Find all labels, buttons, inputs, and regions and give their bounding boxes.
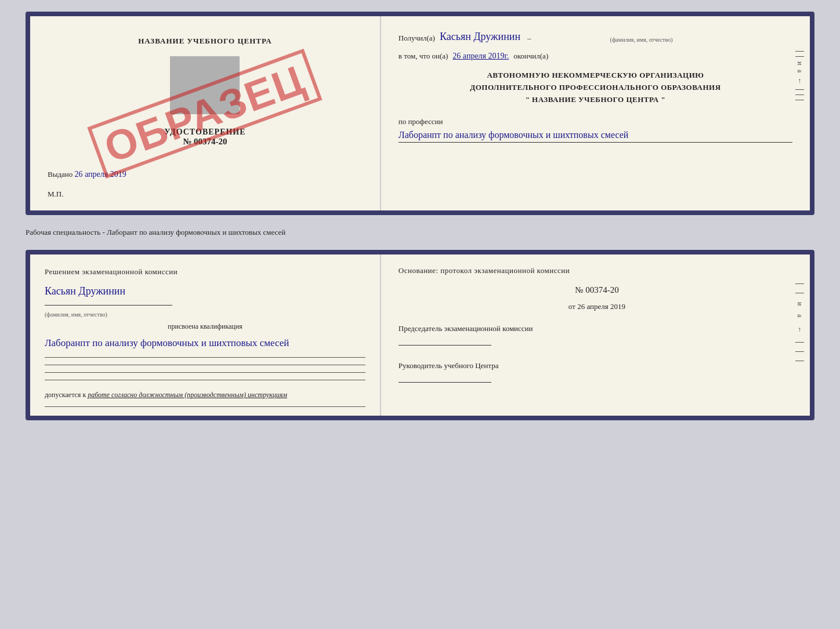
bdash3 bbox=[795, 342, 804, 343]
org-line1: АВТОНОМНУЮ НЕКОММЕРЧЕСКУЮ ОРГАНИЗАЦИЮ bbox=[399, 70, 792, 82]
dash4 bbox=[795, 94, 804, 95]
poluchil-label: Получил(a) bbox=[399, 34, 435, 43]
top-left-panel: НАЗВАНИЕ УЧЕБНОГО ЦЕНТРА УДОСТОВЕРЕНИЕ №… bbox=[30, 16, 381, 210]
bdash5 bbox=[795, 361, 804, 361]
profession-value: Лаборанпт по анализу формовочных и шихтп… bbox=[399, 128, 792, 143]
mp-line: М.П. bbox=[48, 190, 363, 199]
vydano-label: Выдано bbox=[48, 170, 73, 179]
fio-row-bottom bbox=[45, 302, 365, 306]
letter-back: ← bbox=[795, 78, 804, 85]
okonchil-label: окончил(а) bbox=[513, 52, 548, 61]
dash3 bbox=[795, 89, 804, 90]
name-underline bbox=[45, 305, 172, 306]
rukovoditel-block: Руководитель учебного Центра bbox=[399, 361, 795, 383]
dash-separator: – bbox=[527, 34, 531, 43]
bottom-name-handwritten: Касьян Дружинин bbox=[45, 285, 365, 297]
bletter-i: и bbox=[795, 302, 804, 306]
predsedatel-label: Председатель экзаменационной комиссии bbox=[399, 324, 795, 333]
horiz-line5 bbox=[45, 406, 365, 407]
top-left-title: НАЗВАНИЕ УЧЕБНОГО ЦЕНТРА bbox=[138, 37, 272, 46]
protocol-number: № 00374-20 bbox=[399, 285, 795, 295]
org-block: АВТОНОМНУЮ НЕКОММЕРЧЕСКУЮ ОРГАНИЗАЦИЮ ДО… bbox=[399, 70, 792, 106]
separator-row: Рабочая специальность - Лаборант по анал… bbox=[26, 226, 814, 239]
vydano-line: Выдано 26 апреля 2019 bbox=[48, 170, 363, 179]
komissia-title: Решением экзаменационной комиссии bbox=[45, 266, 365, 278]
bdash2 bbox=[795, 293, 804, 293]
dopuskaetsya-label: допускается к bbox=[45, 391, 86, 399]
org-line2: ДОПОЛНИТЕЛЬНОГО ПРОФЕССИОНАЛЬНОГО ОБРАЗО… bbox=[399, 82, 792, 94]
separator-text: Рабочая специальность - Лаборант по анал… bbox=[26, 228, 285, 237]
letter-i: и bbox=[795, 61, 804, 65]
bletter-ya: а bbox=[795, 314, 804, 317]
horiz-line2 bbox=[45, 365, 365, 365]
bdash1 bbox=[795, 283, 804, 284]
top-right-panel: Получил(a) Касьян Дружинин – (фамилия, и… bbox=[381, 16, 810, 210]
right-col-dashes-bottom: и а ← bbox=[795, 283, 804, 361]
bottom-name-text: Касьян Дружинин bbox=[45, 285, 125, 297]
dash2 bbox=[795, 56, 804, 57]
predsedatel-signature-line bbox=[399, 345, 491, 346]
osnov-title: Основание: протокол экзаменационной коми… bbox=[399, 266, 795, 275]
mp-text: М.П. bbox=[48, 190, 63, 198]
top-document-card: НАЗВАНИЕ УЧЕБНОГО ЦЕНТРА УДОСТОВЕРЕНИЕ №… bbox=[26, 12, 814, 215]
org-line3: " НАЗВАНИЕ УЧЕБНОГО ЦЕНТРА " bbox=[399, 94, 792, 106]
bottom-left-panel: Решением экзаменационной комиссии Касьян… bbox=[30, 254, 381, 416]
horiz-line1 bbox=[45, 357, 365, 358]
poluchil-row: Получил(a) Касьян Дружинин – (фамилия, и… bbox=[399, 31, 792, 43]
dash5 bbox=[795, 100, 804, 100]
ot-date-value: 26 апреля 2019 bbox=[577, 302, 625, 311]
vtom-label: в том, что он(а) bbox=[399, 52, 448, 61]
horiz-line4 bbox=[45, 380, 365, 380]
bottom-document-card: Решением экзаменационной комиссии Касьян… bbox=[26, 250, 814, 420]
top-right-content: Получил(a) Касьян Дружинин – (фамилия, и… bbox=[399, 31, 792, 143]
predsedatel-block: Председатель экзаменационной комиссии bbox=[399, 324, 795, 346]
bletter-back: ← bbox=[795, 326, 804, 333]
dopuskaetsya-value: работе согласно должностным (производств… bbox=[88, 391, 287, 399]
horiz-line3 bbox=[45, 372, 365, 373]
recipient-name: Касьян Дружинин bbox=[440, 31, 520, 43]
rukovoditel-signature-line bbox=[399, 382, 491, 383]
bdash4 bbox=[795, 351, 804, 352]
profession-block: по профессии Лаборанпт по анализу формов… bbox=[399, 117, 792, 143]
vtom-date: 26 апреля 2019г. bbox=[452, 52, 509, 61]
fio-label: (фамилия, имя, отчество) bbox=[610, 37, 673, 43]
dopuskaetsya-block: допускается к работе согласно должностны… bbox=[45, 391, 365, 399]
rukovoditel-label: Руководитель учебного Центра bbox=[399, 361, 795, 370]
prisvoena-label: присвоена квалификация bbox=[45, 322, 365, 331]
fio-label-bottom: (фамилия, имя, отчество) bbox=[45, 311, 365, 318]
right-column-lines: и а ← bbox=[795, 51, 804, 100]
dash1 bbox=[795, 51, 804, 52]
vtom-row: в том, что он(а) 26 апреля 2019г. окончи… bbox=[399, 52, 792, 61]
ot-label: от bbox=[569, 302, 575, 311]
letter-ya: а bbox=[795, 70, 804, 72]
bottom-right-panel: Основание: протокол экзаменационной коми… bbox=[381, 254, 810, 416]
po-professii-label: по профессии bbox=[399, 117, 443, 126]
ot-date-row: от 26 апреля 2019 bbox=[399, 302, 795, 311]
kvalifikacia-value: Лаборанпт по анализу формовочных и шихтп… bbox=[45, 336, 365, 351]
